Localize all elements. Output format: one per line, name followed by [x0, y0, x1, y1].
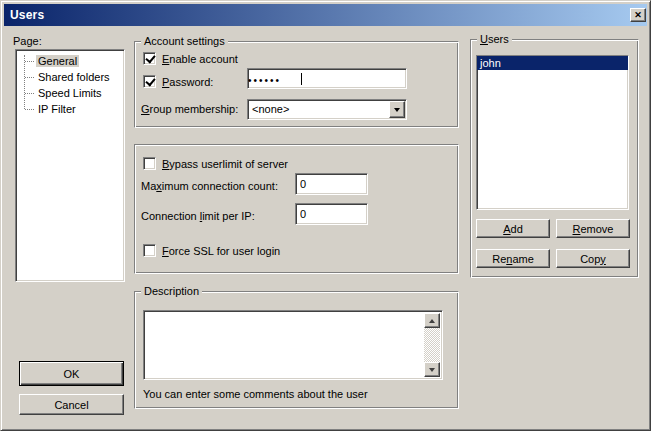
max-connection-count-input[interactable] — [295, 173, 368, 195]
title-bar[interactable]: Users — [4, 4, 647, 26]
password-checkbox[interactable] — [143, 75, 156, 88]
limits-group: Bypass userlimit of server Maximum conne… — [134, 144, 459, 274]
page-tree[interactable]: General Shared folders Speed Limits IP F… — [15, 49, 125, 282]
description-field-frame — [143, 310, 443, 380]
bypass-userlimit-checkbox[interactable] — [143, 157, 156, 170]
tree-item-label: IP Filter — [36, 103, 78, 115]
arrow-down-icon — [429, 368, 435, 372]
users-group: Users john Add Remove Rename Copy — [470, 39, 639, 278]
page-label: Page: — [13, 35, 42, 47]
tree-item-shared-folders[interactable]: Shared folders — [16, 69, 124, 85]
users-listbox[interactable]: john — [476, 55, 629, 210]
force-ssl-label[interactable]: Force SSL for user login — [162, 245, 280, 257]
description-hint: You can enter some comments about the us… — [143, 388, 368, 400]
text-caret — [301, 73, 302, 85]
enable-account-label[interactable]: Enable account — [162, 53, 238, 65]
max-connection-count-label: Maximum connection count: — [141, 180, 278, 192]
description-title: Description — [141, 285, 202, 297]
window-title: Users — [10, 8, 44, 22]
scroll-down-button[interactable] — [424, 362, 440, 377]
password-field-frame — [247, 68, 407, 89]
users-group-title: Users — [477, 33, 512, 45]
connection-limit-per-ip-label: Connection limit per IP: — [141, 210, 255, 222]
scroll-up-button[interactable] — [424, 313, 440, 328]
close-icon: ✕ — [634, 11, 642, 20]
copy-button[interactable]: Copy — [556, 249, 630, 268]
account-settings-group: Account settings Enable account Password… — [134, 41, 459, 128]
add-button[interactable]: Add — [476, 219, 550, 238]
tree-item-ip-filter[interactable]: IP Filter — [16, 101, 124, 117]
users-dialog: Users ✕ Page: General Shared folders Spe… — [0, 0, 651, 431]
account-settings-title: Account settings — [141, 35, 228, 47]
group-membership-value: <none> — [252, 103, 289, 115]
tree-item-general[interactable]: General — [16, 53, 124, 69]
bypass-userlimit-label[interactable]: Bypass userlimit of server — [162, 158, 288, 170]
password-input[interactable] — [248, 69, 406, 88]
ok-button[interactable]: OK — [19, 361, 124, 386]
tree-item-speed-limits[interactable]: Speed Limits — [16, 85, 124, 101]
tree-item-label: Speed Limits — [36, 87, 104, 99]
user-list-item[interactable]: john — [477, 56, 628, 70]
combo-dropdown-button[interactable] — [389, 101, 405, 118]
password-label[interactable]: Password: — [162, 76, 213, 88]
connection-limit-per-ip-input[interactable] — [295, 203, 368, 225]
tree-item-label: Shared folders — [36, 71, 112, 83]
description-textarea[interactable] — [146, 313, 425, 377]
cancel-button[interactable]: Cancel — [19, 394, 124, 415]
enable-account-checkbox[interactable] — [143, 52, 156, 65]
close-button[interactable]: ✕ — [630, 8, 646, 22]
force-ssl-checkbox[interactable] — [143, 244, 156, 257]
tree-item-label: General — [36, 55, 79, 67]
description-scrollbar[interactable] — [424, 313, 440, 377]
rename-button[interactable]: Rename — [476, 249, 550, 268]
chevron-down-icon — [394, 108, 400, 112]
description-group: Description You can enter some comments … — [134, 291, 459, 409]
scrollbar-track[interactable] — [424, 328, 440, 362]
remove-button[interactable]: Remove — [556, 219, 630, 238]
arrow-up-icon — [429, 319, 435, 323]
group-membership-select[interactable]: <none> — [247, 99, 407, 120]
group-membership-label: Group membership: — [141, 103, 238, 115]
